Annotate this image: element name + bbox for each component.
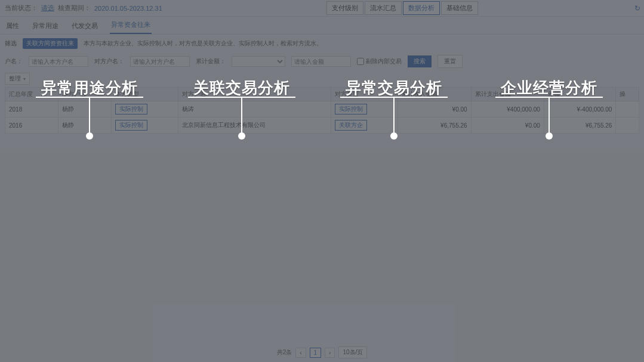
header-label-period: 核查期间： xyxy=(58,4,91,13)
exclude-internal-label: 剔除内部交易 xyxy=(366,57,402,66)
top-button-group: 支付级别 流水汇总 数据分析 基础信息 xyxy=(326,1,478,15)
cell-expense: ¥400,000.00 xyxy=(471,101,544,117)
pager-perpage[interactable]: 10条/页 xyxy=(338,346,367,358)
cell-diff: ¥-400,000.00 xyxy=(544,101,616,117)
tab-attribute[interactable]: 属性 xyxy=(5,18,20,34)
filter-peer-label: 对方户名： xyxy=(94,57,124,66)
col-peer-name[interactable]: 对方户名 xyxy=(178,88,331,101)
pager-current[interactable]: 1 xyxy=(310,348,322,358)
col-year[interactable]: 汇总年度 xyxy=(5,88,58,101)
peer-type-btn[interactable]: 实际控制 xyxy=(335,104,367,115)
self-name-input[interactable] xyxy=(29,56,88,67)
chip-description: 本方与本款方企业、实际控制人时，对方也是关联方企业、实际控制人时，检索对方流水。 xyxy=(84,39,322,48)
self-type-btn[interactable]: 实际控制 xyxy=(115,104,147,115)
cell-diff: ¥6,755.26 xyxy=(544,117,616,134)
result-table: 汇总年度 本方户名 本方类型 对方户名 对方类型 累计收入金额 累计支出金额 差… xyxy=(5,87,639,134)
amount-op-select[interactable] xyxy=(232,56,285,67)
top-btn-payment-level[interactable]: 支付级别 xyxy=(326,1,363,15)
period-value: 2020.01.05-2023.12.31 xyxy=(94,5,162,12)
self-type-btn[interactable]: 实际控制 xyxy=(115,120,147,131)
table-row: 2018杨静实际控制杨涛实际控制¥0.00¥400,000.00¥-400,00… xyxy=(5,101,639,117)
peer-type-btn[interactable]: 关联方企 xyxy=(335,120,367,131)
cell-self: 杨静 xyxy=(58,117,111,134)
chip-related-party[interactable]: 关联方间资资往来 xyxy=(23,38,78,49)
pager-prev[interactable]: ‹ xyxy=(295,348,306,358)
refresh-icon[interactable]: ↻ xyxy=(634,4,640,13)
status-link[interactable]: 请选 xyxy=(41,4,54,13)
amount-input[interactable] xyxy=(291,56,351,67)
top-btn-basic-info[interactable]: 基础信息 xyxy=(441,1,478,15)
cell-self: 杨静 xyxy=(58,101,111,117)
top-btn-flow-summary[interactable]: 流水汇总 xyxy=(365,1,402,15)
filter-amount-label: 累计金额： xyxy=(196,57,226,66)
cell-peer-type: 关联方企 xyxy=(331,117,398,134)
cell-year: 2018 xyxy=(5,101,58,117)
exclude-internal-check[interactable]: 剔除内部交易 xyxy=(357,57,402,66)
col-self-name[interactable]: 本方户名 xyxy=(58,88,111,101)
cell-expense: ¥0.00 xyxy=(471,117,544,134)
header-label-status: 当前状态： xyxy=(5,4,38,13)
pagination: 共2条 ‹ 1 › 10条/页 xyxy=(0,346,644,358)
tab-payroll[interactable]: 代发交易 xyxy=(70,18,99,34)
cell-self-type: 实际控制 xyxy=(111,101,178,117)
col-income[interactable]: 累计收入金额 xyxy=(398,88,471,101)
exclude-internal-checkbox[interactable] xyxy=(357,58,364,65)
pager-next[interactable]: › xyxy=(325,348,335,358)
col-peer-type[interactable]: 对方类型 xyxy=(331,88,398,101)
peer-name-input[interactable] xyxy=(130,56,190,67)
col-op[interactable]: 操 xyxy=(616,88,639,101)
cell-peer-type: 实际控制 xyxy=(331,101,398,117)
cell-income: ¥0.00 xyxy=(398,101,471,117)
reset-button[interactable]: 重置 xyxy=(437,55,463,68)
filter-chips: 关联方间资资往来 xyxy=(23,38,78,49)
tab-abnormal-usage[interactable]: 异常用途 xyxy=(31,18,60,34)
tab-abnormal-fund[interactable]: 异常资金往来 xyxy=(110,17,152,34)
col-expense[interactable]: 累计支出金额 xyxy=(471,88,544,101)
cell-peer: 北京同新信息工程技术有限公司 xyxy=(178,117,331,134)
cell-income: ¥6,755.26 xyxy=(398,117,471,134)
top-btn-data-analysis[interactable]: 数据分析 xyxy=(403,1,440,15)
search-button[interactable]: 搜索 xyxy=(408,55,432,67)
pager-total: 共2条 xyxy=(277,348,292,357)
filter-self-label: 户名： xyxy=(5,57,23,66)
chips-label: 筛选 xyxy=(5,39,17,48)
cell-peer: 杨涛 xyxy=(178,101,331,117)
cell-year: 2016 xyxy=(5,117,58,134)
table-row: 2016杨静实际控制北京同新信息工程技术有限公司关联方企¥6,755.26¥0.… xyxy=(5,117,639,134)
tabs-bar: 属性 异常用途 代发交易 异常资金往来 xyxy=(0,17,644,35)
cell-op xyxy=(616,117,639,134)
col-self-type[interactable]: 本方类型 xyxy=(111,88,178,101)
cell-self-type: 实际控制 xyxy=(111,117,178,134)
organize-dropdown[interactable]: 整理 xyxy=(5,73,30,85)
cell-op xyxy=(616,101,639,117)
col-diff[interactable]: 差额 xyxy=(544,88,616,101)
